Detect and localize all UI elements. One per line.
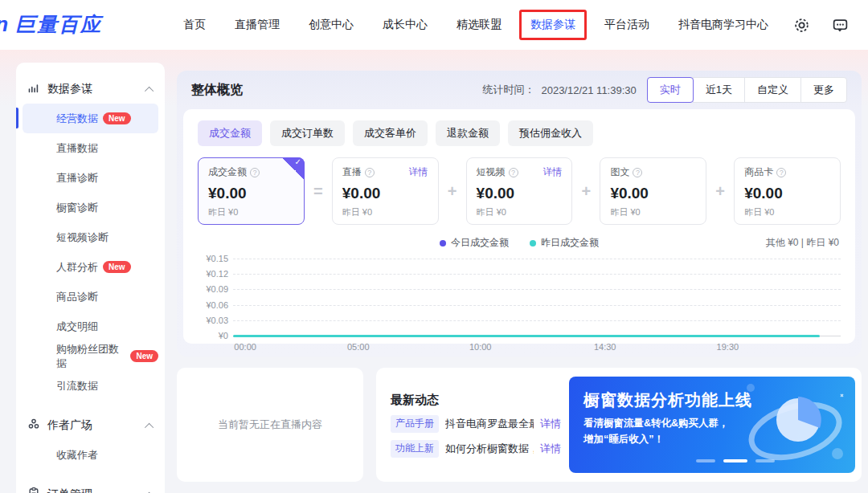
time-filter-more[interactable]: 更多 (800, 77, 847, 103)
legend-yesterday[interactable]: 昨日成交金额 (530, 236, 599, 250)
card-yesterday: 昨日 ¥0 (208, 206, 294, 218)
sidebar-item-showcase-diagnosis[interactable]: 橱窗诊断 (23, 193, 158, 222)
card-live[interactable]: 直播 ? 详情 ¥0.00 昨日 ¥0 (332, 157, 439, 225)
news-item[interactable]: 功能上新 如何分析橱窗数据，... 详情 (391, 440, 561, 458)
card-image-text[interactable]: 图文 ? ¥0.00 昨日 ¥0 (600, 157, 706, 225)
banner-subtitle-1: 看清橱窗流量&转化&购买人群， (583, 417, 841, 430)
news-item[interactable]: 产品手册 抖音电商罗盘最全最... 详情 (391, 415, 561, 433)
live-empty-text: 当前暂无正在直播内容 (218, 418, 322, 432)
time-filter-last-1-day[interactable]: 近1天 (693, 77, 745, 103)
app-logo[interactable]: in 巨量百应 (0, 11, 102, 38)
y-tick-label: ¥0.15 (198, 254, 228, 263)
nav-item-data-advisor[interactable]: 数据参谋 (530, 18, 575, 32)
chevron-up-icon[interactable] (147, 83, 154, 96)
y-tick-label: ¥0.03 (198, 316, 228, 325)
sidebar-section-data-advisor[interactable]: 数据参谋 (16, 74, 165, 104)
card-value: ¥0.00 (610, 185, 696, 202)
nav-item-selected-alliance[interactable]: 精选联盟 (457, 18, 502, 32)
sidebar-spacer (16, 470, 165, 479)
promo-banner[interactable]: 橱窗数据分析功能上线 看清橱窗流量&转化&购买人群， 增加“睡后收入”！ (569, 377, 855, 473)
legend-yesterday-label: 昨日成交金额 (541, 236, 599, 250)
card-title: 短视频 (477, 165, 506, 179)
detail-link[interactable]: 详情 (542, 165, 562, 179)
stat-time-value: 2023/12/21 11:39:30 (541, 84, 636, 96)
y-tick-label: ¥0 (198, 331, 228, 340)
news-tag[interactable]: 功能上新 (391, 440, 439, 458)
sidebar-section-author-plaza[interactable]: 作者广场 (16, 410, 165, 440)
news-detail-link[interactable]: 详情 (540, 417, 561, 431)
news-detail-link[interactable]: 详情 (540, 442, 561, 456)
sidebar-item-label: 购物粉丝团数据 (56, 342, 125, 371)
tab-transaction-amount[interactable]: 成交金额 (198, 120, 262, 146)
card-title: 成交金额 (208, 165, 247, 179)
chevron-up-icon[interactable] (147, 488, 154, 493)
gridline (233, 289, 841, 290)
overview-panel: 整体概览 统计时间： 2023/12/21 11:39:30 实时 近1天 自定… (177, 71, 862, 357)
sidebar-section-label: 数据参谋 (47, 82, 92, 96)
x-axis-labels: 00:00 05:00 10:00 14:30 19:30 (233, 340, 841, 353)
overview-header: 整体概览 统计时间： 2023/12/21 11:39:30 实时 近1天 自定… (177, 71, 862, 109)
nav-item-home[interactable]: 首页 (183, 18, 206, 32)
sidebar-item-favorite-authors[interactable]: 收藏作者 (23, 440, 158, 470)
legend-today[interactable]: 今日成交金额 (440, 236, 509, 250)
carousel-dot-active[interactable] (723, 459, 747, 462)
help-icon[interactable]: ? (509, 168, 518, 177)
sidebar-item-label: 引流数据 (56, 379, 98, 393)
carousel-dot[interactable] (755, 459, 775, 462)
news-tag[interactable]: 产品手册 (391, 415, 439, 433)
sidebar-item-fan-club-data[interactable]: 购物粉丝团数据 New (23, 341, 158, 371)
sidebar-item-transaction-details[interactable]: 成交明细 (23, 312, 158, 341)
detail-link[interactable]: 详情 (409, 165, 428, 179)
selected-check-icon (282, 157, 305, 180)
card-transaction-amount[interactable]: 成交金额 ? ¥0.00 昨日 ¥0 (198, 157, 305, 225)
page-title: 整体概览 (191, 82, 243, 99)
help-icon[interactable]: ? (365, 168, 375, 177)
card-product-card[interactable]: 商品卡 ? ¥0.00 昨日 ¥0 (734, 157, 841, 225)
carousel-dot[interactable] (696, 459, 715, 462)
live-stream-empty-card: 当前暂无正在直播内容 (177, 368, 363, 482)
sidebar-item-label: 橱窗诊断 (56, 201, 98, 215)
sidebar-spacer (16, 401, 165, 410)
card-title: 商品卡 (744, 165, 773, 179)
sidebar-item-audience-analysis[interactable]: 人群分析 New (23, 252, 158, 282)
sidebar-item-traffic-data[interactable]: 引流数据 (23, 371, 158, 401)
nav-item-creative-center[interactable]: 创意中心 (309, 18, 354, 32)
tab-avg-order-value[interactable]: 成交客单价 (353, 120, 428, 146)
tab-refund-amount[interactable]: 退款金额 (436, 120, 500, 146)
sidebar-item-product-diagnosis[interactable]: 商品诊断 (23, 282, 158, 312)
nav-item-platform-activities[interactable]: 平台活动 (604, 18, 649, 32)
carousel-dots (696, 459, 775, 462)
tab-order-count[interactable]: 成交订单数 (270, 120, 345, 146)
sidebar-item-business-data[interactable]: 经营数据 New (23, 104, 158, 133)
operator-plus: + (439, 157, 466, 225)
card-head: 图文 ? (610, 165, 696, 179)
legend-today-dot-icon (440, 240, 446, 246)
sidebar-section-order-management[interactable]: 订单管理 (16, 479, 165, 493)
gear-icon[interactable] (792, 16, 810, 34)
active-indicator-bar (16, 108, 18, 128)
time-filter-custom[interactable]: 自定义 (744, 77, 801, 103)
help-icon[interactable]: ? (633, 168, 642, 177)
sidebar: 数据参谋 经营数据 New 直播数据 直播诊断 橱窗诊断 短视频诊断 人群分析 … (16, 63, 165, 493)
gridline (233, 274, 841, 275)
nav-item-growth-center[interactable]: 成长中心 (383, 18, 428, 32)
time-filter-realtime[interactable]: 实时 (647, 77, 694, 103)
chevron-up-icon[interactable] (147, 419, 154, 432)
legend-yesterday-dot-icon (530, 240, 536, 246)
help-icon[interactable]: ? (776, 168, 786, 177)
help-icon[interactable]: ? (250, 168, 260, 177)
nav-item-live-management[interactable]: 直播管理 (235, 18, 280, 32)
sidebar-item-live-data[interactable]: 直播数据 (23, 133, 158, 163)
operator-equals: = (305, 157, 332, 225)
tab-estimated-commission[interactable]: 预估佣金收入 (508, 120, 593, 146)
card-short-video[interactable]: 短视频 ? 详情 ¥0.00 昨日 ¥0 (466, 157, 573, 225)
stat-time-label: 统计时间： (482, 83, 534, 97)
sidebar-item-live-diagnosis[interactable]: 直播诊断 (23, 163, 158, 193)
new-badge: New (103, 112, 131, 124)
message-icon[interactable] (831, 16, 849, 34)
sidebar-item-video-diagnosis[interactable]: 短视频诊断 (23, 222, 158, 252)
top-nav: in 巨量百应 首页 直播管理 创意中心 成长中心 精选联盟 数据参谋 平台活动… (0, 0, 868, 50)
news-text: 抖音电商罗盘最全最... (445, 417, 534, 431)
nav-item-learning-center[interactable]: 抖音电商学习中心 (678, 18, 768, 32)
sidebar-section-label: 订单管理 (47, 487, 92, 493)
